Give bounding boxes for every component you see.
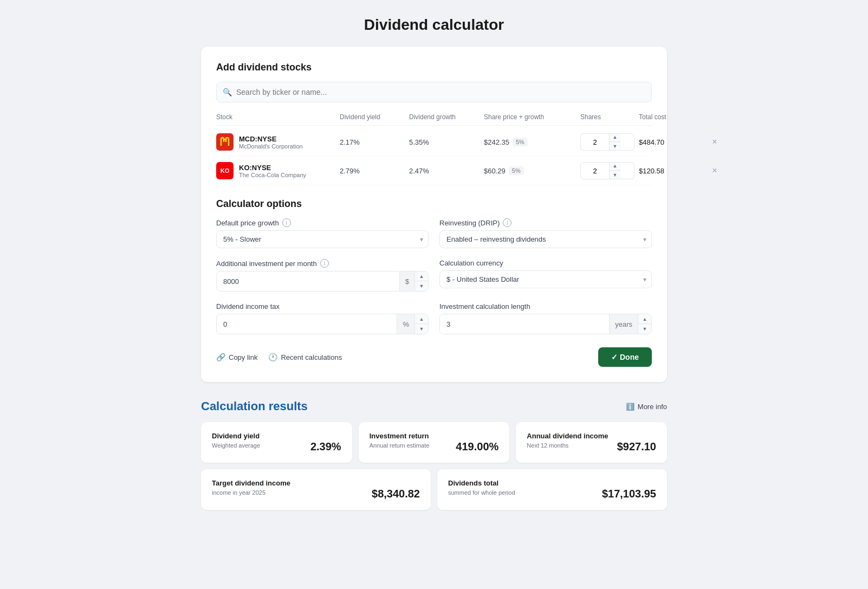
results-title: Calculation results — [201, 399, 308, 413]
info-circle-icon: ℹ️ — [626, 403, 634, 411]
calc-currency-label: Calculation currency — [439, 259, 652, 267]
calc-options-section: Calculator options Default price growth … — [216, 198, 652, 334]
result-card: Investment return Annual return estimate… — [359, 422, 510, 463]
table-header: Stock Dividend yield Dividend growth Sha… — [216, 113, 652, 126]
share-price-cell: $60.295% — [484, 166, 576, 175]
header-total-cost: Total cost — [639, 113, 704, 121]
result-sub: Annual return estimate — [370, 442, 430, 449]
result-card: Annual dividend income Next 12 months $9… — [516, 422, 667, 463]
shares-down[interactable]: ▼ — [610, 142, 620, 151]
result-card: Dividends total summed for whole period … — [437, 469, 667, 510]
link-icon: 🔗 — [216, 353, 225, 361]
calc-length-input[interactable] — [440, 316, 609, 333]
additional-investment-label: Additional investment per month i — [216, 259, 429, 268]
result-value: $17,103.95 — [602, 488, 656, 500]
add-stocks-title: Add dividend stocks — [216, 62, 652, 73]
dividend-yield-value: 2.79% — [340, 167, 405, 175]
result-card: Dividend yield Weighted average 2.39% — [201, 422, 352, 463]
main-card: Add dividend stocks 🔍 Stock Dividend yie… — [201, 47, 667, 382]
header-shares: Shares — [580, 113, 634, 121]
reinvesting-select-wrapper: Enabled – reinvesting dividends ▾ — [439, 230, 652, 248]
calc-length-down[interactable]: ▼ — [638, 324, 651, 334]
shares-input[interactable] — [581, 167, 609, 175]
dividend-tax-spinners: ▲ ▼ — [414, 314, 428, 334]
default-price-growth-label: Default price growth i — [216, 218, 429, 227]
default-price-growth-select[interactable]: 5% - Slower — [216, 230, 429, 248]
calc-currency-select-wrapper: $ - United States Dollar ▾ — [439, 270, 652, 288]
calc-length-suffix: years — [609, 314, 638, 334]
calc-currency-select[interactable]: $ - United States Dollar — [439, 270, 652, 288]
header-dividend-growth: Dividend growth — [409, 113, 480, 121]
dividend-tax-suffix: % — [397, 314, 414, 334]
default-price-growth-info-icon[interactable]: i — [282, 218, 291, 227]
remove-stock-button[interactable]: × — [708, 166, 721, 176]
result-sub: income in year 2025 — [212, 489, 290, 496]
reinvesting-info-icon[interactable]: i — [503, 218, 511, 227]
shares-input-wrapper: ▲ ▼ — [580, 133, 634, 151]
copy-link-btn[interactable]: 🔗 Copy link — [216, 353, 257, 361]
result-sub: Next 12 months — [527, 442, 608, 449]
results-header: Calculation results ℹ️ More info — [201, 399, 667, 413]
search-input[interactable] — [216, 82, 652, 102]
results-section: Calculation results ℹ️ More info Dividen… — [201, 399, 667, 510]
card-footer: 🔗 Copy link 🕐 Recent calculations ✓ Done — [216, 347, 652, 367]
calc-length-spinners: ▲ ▼ — [638, 314, 651, 334]
default-price-growth-group: Default price growth i 5% - Slower ▾ — [216, 218, 429, 248]
additional-investment-down[interactable]: ▼ — [415, 281, 428, 291]
shares-down[interactable]: ▼ — [610, 171, 620, 179]
header-share-price: Share price + growth — [484, 113, 576, 121]
add-stocks-section: Add dividend stocks 🔍 Stock Dividend yie… — [216, 62, 652, 185]
dividend-tax-input-wrapper: % ▲ ▼ — [216, 314, 429, 334]
calc-currency-group: Calculation currency $ - United States D… — [439, 259, 652, 292]
result-label: Target dividend income — [212, 479, 290, 487]
additional-investment-group: Additional investment per month i $ ▲ ▼ — [216, 259, 429, 292]
additional-investment-input-wrapper: $ ▲ ▼ — [216, 271, 429, 292]
table-row: MCD:NYSEMcDonald's Corporation2.17%5.35%… — [216, 128, 652, 157]
clock-icon: 🕐 — [268, 353, 277, 361]
dividend-growth-value: 2.47% — [409, 167, 480, 175]
additional-investment-input[interactable] — [217, 273, 399, 290]
result-label: Investment return — [370, 432, 430, 440]
result-value: 419.00% — [456, 441, 498, 453]
results-cards-row1: Dividend yield Weighted average 2.39% In… — [201, 422, 667, 463]
stock-logo: KO — [216, 162, 234, 179]
additional-investment-info-icon[interactable]: i — [320, 259, 329, 268]
stock-logo — [216, 133, 234, 151]
dividend-tax-down[interactable]: ▼ — [415, 324, 428, 334]
total-cost-value: $120.58 — [639, 167, 704, 175]
reinvesting-group: Reinvesting (DRIP) i Enabled – reinvesti… — [439, 218, 652, 248]
result-sub: summed for whole period — [448, 489, 515, 496]
dividend-tax-input[interactable] — [217, 316, 397, 333]
reinvesting-select[interactable]: Enabled – reinvesting dividends — [439, 230, 652, 248]
calc-length-input-wrapper: years ▲ ▼ — [439, 314, 652, 334]
additional-investment-spinners: ▲ ▼ — [414, 271, 428, 291]
result-value: $8,340.82 — [372, 488, 420, 500]
total-cost-value: $484.70 — [639, 138, 704, 146]
page-title: Dividend calculator — [201, 16, 667, 34]
dividend-growth-value: 5.35% — [409, 138, 480, 146]
header-dividend-yield: Dividend yield — [340, 113, 405, 121]
calc-options-title: Calculator options — [216, 198, 652, 210]
result-label: Dividend yield — [212, 432, 260, 440]
shares-input[interactable] — [581, 138, 609, 146]
recent-calc-btn[interactable]: 🕐 Recent calculations — [268, 353, 342, 361]
more-info-btn[interactable]: ℹ️ More info — [626, 403, 667, 411]
result-sub: Weighted average — [212, 442, 260, 449]
search-wrapper: 🔍 — [216, 82, 652, 102]
result-label: Dividends total — [448, 479, 515, 487]
done-button[interactable]: ✓ Done — [598, 347, 652, 367]
dividend-yield-value: 2.17% — [340, 138, 405, 146]
dividend-tax-up[interactable]: ▲ — [415, 314, 428, 324]
additional-investment-up[interactable]: ▲ — [415, 271, 428, 281]
calc-length-label: Investment calculation length — [439, 302, 652, 310]
options-grid: Default price growth i 5% - Slower ▾ Rei… — [216, 218, 652, 334]
table-row: KOKO:NYSEThe Coca-Cola Company2.79%2.47%… — [216, 157, 652, 185]
result-card: Target dividend income income in year 20… — [201, 469, 431, 510]
shares-up[interactable]: ▲ — [610, 162, 620, 171]
shares-up[interactable]: ▲ — [610, 133, 620, 142]
footer-links: 🔗 Copy link 🕐 Recent calculations — [216, 353, 342, 361]
calc-length-up[interactable]: ▲ — [638, 314, 651, 324]
remove-stock-button[interactable]: × — [708, 137, 721, 147]
default-price-growth-select-wrapper: 5% - Slower ▾ — [216, 230, 429, 248]
shares-input-wrapper: ▲ ▼ — [580, 162, 634, 179]
